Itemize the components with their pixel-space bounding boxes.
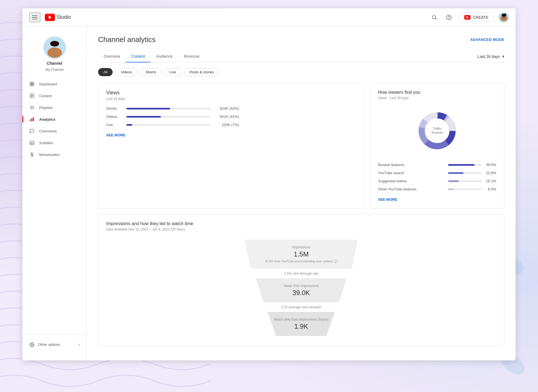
- comments-label: Comments: [39, 129, 57, 133]
- channel-name: Channel: [47, 61, 62, 66]
- funnel-block-3: Watch time from impressions (hours) 1.9K: [259, 312, 343, 336]
- dashboard-label: Dashboard: [39, 82, 57, 86]
- avatar-svg: [499, 12, 509, 22]
- impressions-subtitle: Data available Dec 10, 2021 – Jan 6, 202…: [106, 227, 496, 231]
- svg-point-18: [50, 41, 59, 46]
- bar-track-live: [126, 124, 210, 126]
- traffic-value-suggested: 16.1%: [484, 179, 496, 183]
- funnel-container: Impressions 1.5M 42.3% from YouTube reco…: [231, 240, 371, 336]
- tab-audience[interactable]: Audience: [150, 51, 178, 62]
- dashboard-icon: [29, 81, 35, 87]
- sidebar-item-dashboard[interactable]: Dashboard: [25, 78, 84, 90]
- traffic-track-search: [448, 172, 482, 174]
- create-icon: [464, 15, 470, 20]
- comments-icon: [29, 128, 35, 134]
- bar-fill-live: [126, 124, 132, 126]
- channel-avatar[interactable]: [43, 36, 66, 59]
- user-avatar[interactable]: [499, 12, 509, 22]
- traffic-row-other: Other YouTube features 8.0%: [378, 187, 496, 191]
- bar-label-live: Live: [106, 123, 123, 127]
- bar-value-videos: 651K (41%): [214, 115, 239, 119]
- svg-rect-22: [30, 84, 32, 86]
- other-options-label: Other options: [38, 342, 75, 347]
- search-button[interactable]: [429, 12, 439, 22]
- traffic-track-browse: [448, 164, 482, 166]
- help-icon: [446, 15, 452, 20]
- svg-marker-29: [33, 107, 34, 109]
- svg-rect-31: [32, 118, 33, 121]
- monetization-icon: [29, 152, 35, 157]
- settings-icon: [29, 342, 35, 347]
- viewers-see-more[interactable]: SEE MORE: [378, 197, 397, 202]
- bar-label-videos: Videos: [106, 115, 123, 119]
- funnel-block-1: Impressions 1.5M 42.3% from YouTube reco…: [238, 240, 364, 269]
- content-label: Content: [39, 94, 52, 98]
- help-button[interactable]: [444, 12, 454, 22]
- traffic-row-browse: Browse features 39.0%: [378, 163, 496, 167]
- date-selector[interactable]: Last 28 days ▾: [478, 54, 504, 59]
- svg-text:Traffic: Traffic: [433, 127, 441, 130]
- channel-avatar-svg: [43, 36, 66, 59]
- sidebar-item-content[interactable]: Content: [25, 90, 84, 101]
- analytics-label: Analytics: [39, 117, 55, 122]
- donut-container: Traffic Sources: [378, 106, 496, 156]
- traffic-fill-browse: [448, 164, 474, 166]
- svg-rect-23: [32, 84, 34, 86]
- channel-sub: My Channel: [45, 68, 63, 72]
- body-layout: Channel My Channel Dashboard: [22, 26, 516, 360]
- funnel-label-3: Watch time from impressions (hours): [270, 318, 332, 321]
- funnel-step-2: Views from impressions 39.0K 2:52 averag…: [231, 278, 371, 312]
- filter-videos[interactable]: Videos: [115, 68, 137, 76]
- funnel-value-1: 1.5M: [249, 250, 353, 258]
- svg-rect-32: [33, 117, 34, 121]
- advanced-mode-link[interactable]: ADVANCED MODE: [470, 38, 504, 42]
- funnel-connector-2: 2:52 average view duration: [281, 302, 321, 312]
- traffic-fill-search: [448, 172, 463, 174]
- svg-text:Sources: Sources: [432, 131, 443, 134]
- chevron-right-icon: ›: [78, 342, 80, 347]
- funnel-block-2: Views from impressions 39.0K: [249, 278, 354, 302]
- svg-point-14: [504, 14, 506, 16]
- views-see-more[interactable]: SEE MORE: [106, 133, 126, 137]
- hamburger-button[interactable]: [29, 13, 40, 22]
- tab-overview[interactable]: Overview: [98, 51, 126, 62]
- filter-shorts[interactable]: Shorts: [140, 68, 161, 76]
- svg-point-38: [31, 344, 33, 345]
- tab-revenue[interactable]: Revenue: [178, 51, 205, 62]
- traffic-label-search: YouTube search: [378, 171, 445, 175]
- traffic-row-suggested: Suggested videos 16.1%: [378, 179, 496, 183]
- logo-link[interactable]: Studio: [45, 14, 71, 21]
- sidebar-item-monetization[interactable]: Monetization: [25, 149, 84, 160]
- filter-live[interactable]: Live: [164, 68, 182, 76]
- svg-point-16: [47, 48, 62, 58]
- svg-rect-30: [30, 119, 31, 121]
- subtitles-label: Subtitles: [39, 141, 53, 145]
- sidebar-item-subtitles[interactable]: Subtitles: [25, 137, 84, 148]
- playlists-icon: [29, 105, 35, 110]
- create-button[interactable]: CREATE: [458, 13, 494, 22]
- sidebar-item-comments[interactable]: Comments: [25, 125, 84, 137]
- other-options-item[interactable]: Other options ›: [27, 339, 82, 350]
- nav-items: Dashboard Content: [22, 78, 87, 160]
- traffic-track-other: [448, 188, 482, 190]
- logo-text: Studio: [57, 14, 71, 20]
- filter-all[interactable]: All: [98, 68, 113, 76]
- traffic-fill-other: [448, 188, 453, 190]
- funnel-value-3: 1.9K: [270, 323, 332, 330]
- bar-value-live: 100K (7%): [214, 123, 239, 127]
- app-header: Studio CREATE: [22, 8, 516, 26]
- playlists-label: Playlists: [39, 106, 53, 110]
- page-title: Channel analytics: [98, 35, 156, 44]
- filter-posts[interactable]: Posts & stories: [184, 68, 219, 76]
- subtitles-icon: [29, 140, 35, 146]
- create-label: CREATE: [473, 15, 488, 20]
- monetization-label: Monetization: [39, 153, 60, 157]
- svg-line-7: [435, 18, 437, 19]
- sidebar-item-playlists[interactable]: Playlists: [25, 102, 84, 113]
- cards-grid: Views Last 28 days Shorts 824K (52%) Vid…: [98, 83, 504, 209]
- tab-content[interactable]: Content: [126, 51, 150, 62]
- sidebar-item-analytics[interactable]: Analytics: [25, 114, 84, 125]
- bar-value-shorts: 824K (52%): [214, 106, 239, 111]
- date-range-label: Last 28 days: [478, 54, 500, 59]
- play-icon: [49, 15, 52, 19]
